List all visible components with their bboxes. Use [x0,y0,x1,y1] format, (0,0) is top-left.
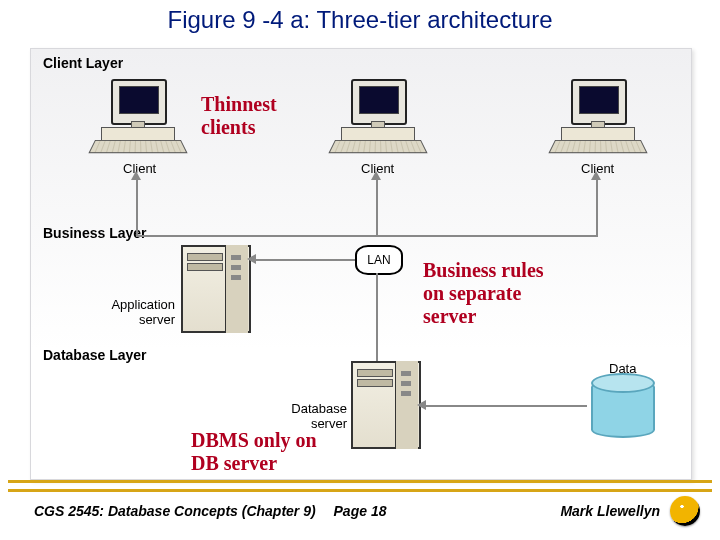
lan-node: LAN [355,245,403,275]
connector [253,259,355,261]
diagram-canvas: Client Layer Business Layer Database Lay… [30,48,692,480]
connector [376,273,378,365]
data-cylinder-icon [591,379,655,438]
db-server-label: Database server [285,401,347,431]
client-pc-3 [551,79,641,154]
annotation-dbms-only: DBMS only on DB server [191,429,317,475]
app-server-label: Application server [111,297,175,327]
annotation-business-rules: Business rules on separate server [423,259,544,328]
lan-label: LAN [367,253,390,267]
arrowhead-icon [591,171,601,180]
annotation-thinnest-clients: Thinnest clients [201,93,277,139]
connector [423,405,587,407]
connector [136,177,138,235]
connector [376,177,378,235]
client-pc-2 [331,79,421,154]
layer-label-business: Business Layer [43,225,147,241]
slide-title: Figure 9 -4 a: Three-tier architecture [0,6,720,34]
footer-left: CGS 2545: Database Concepts (Chapter 9) [34,503,316,519]
layer-label-client: Client Layer [43,55,123,71]
footer-author: Mark Llewellyn [560,503,660,519]
client-pc-1 [91,79,181,154]
arrowhead-icon [131,171,141,180]
layer-label-database: Database Layer [43,347,147,363]
arrowhead-icon [247,254,256,264]
application-server [181,245,251,333]
divider-gold [8,480,712,492]
slide: Figure 9 -4 a: Three-tier architecture C… [0,0,720,540]
arrowhead-icon [371,171,381,180]
arrowhead-icon [417,400,426,410]
data-label: Data [609,361,636,376]
footer-page: Page 18 [334,503,387,519]
connector [596,177,598,235]
slide-footer: CGS 2545: Database Concepts (Chapter 9) … [0,496,720,526]
ucf-logo-icon [670,496,700,526]
database-server [351,361,421,449]
connector [136,235,598,237]
